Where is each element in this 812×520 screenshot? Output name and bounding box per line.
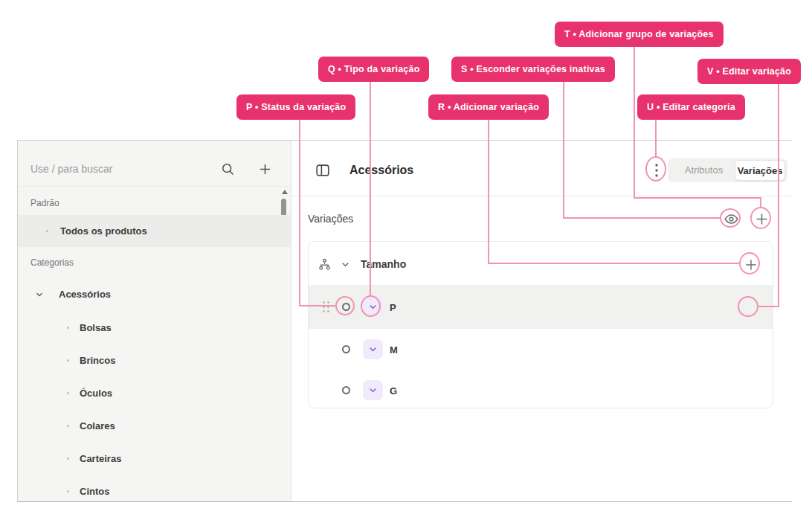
- hierarchy-icon: [318, 257, 332, 272]
- connector-s: [563, 82, 564, 218]
- connector-t: [634, 197, 761, 199]
- bullet-icon: [67, 359, 69, 362]
- search-bar[interactable]: Use / para buscar: [18, 141, 291, 187]
- variations-card: Tamanho P: [308, 241, 773, 408]
- main-panel: Acessórios Atributos Variações Variações: [291, 141, 793, 501]
- header-divider: [291, 196, 793, 196]
- annotation-ellipse-add-variation: [739, 252, 760, 275]
- bullet-icon: [67, 490, 69, 492]
- annotation-ellipse-status: [335, 296, 355, 315]
- status-ring-icon[interactable]: [342, 345, 350, 353]
- sidebar-item-bolsas[interactable]: Bolsas: [18, 312, 291, 344]
- tab-group: Atributos Variações: [668, 158, 787, 182]
- connector-u: [655, 120, 657, 157]
- annotation-ellipse-pencil: [738, 296, 758, 317]
- variation-row-g[interactable]: G: [309, 371, 773, 408]
- bullet-icon: [67, 327, 69, 329]
- sidebar-item-cintos[interactable]: Cintos: [18, 475, 291, 507]
- annotation-ellipse-kebab: [645, 156, 666, 182]
- drag-handle-icon[interactable]: [321, 301, 331, 313]
- search-icon[interactable]: [220, 161, 236, 177]
- bullet-icon: [67, 458, 69, 460]
- shortcut-label-r: R • Adicionar variação: [428, 94, 549, 120]
- connector-p: [299, 305, 335, 306]
- variation-type-badge[interactable]: [363, 380, 383, 400]
- annotation-ellipse-eye: [720, 208, 741, 228]
- chevron-down-icon[interactable]: [341, 260, 350, 269]
- sidebar-item-todos-os-produtos[interactable]: Todos os produtos: [18, 215, 291, 247]
- connector-v: [778, 84, 779, 307]
- screenshot: Use / para buscar Padrão Todos os produt…: [0, 0, 812, 520]
- shortcut-label-q: Q • Tipo da variação: [318, 57, 429, 82]
- shortcut-label-v: V • Editar variação: [697, 59, 801, 84]
- annotation-ellipse-type: [361, 295, 381, 317]
- shortcut-label-u: U • Editar categoria: [637, 94, 745, 120]
- sidebar-section-padrao: Padrão: [30, 198, 59, 208]
- sidebar-item-oculos[interactable]: Óculos: [18, 377, 291, 409]
- connector-t: [760, 197, 761, 208]
- variation-label: M: [390, 344, 398, 356]
- chevron-down-icon[interactable]: [35, 290, 44, 299]
- shortcut-label-t: T • Adicionar grupo de variações: [555, 22, 724, 47]
- connector-s: [563, 217, 720, 219]
- connector-p: [299, 120, 300, 306]
- search-input[interactable]: Use / para buscar: [30, 163, 113, 175]
- shortcut-label-s: S • Esconder variações inativas: [451, 57, 615, 82]
- sidebar-item-brincos[interactable]: Brincos: [18, 344, 291, 376]
- app-window: Use / para buscar Padrão Todos os produt…: [17, 140, 792, 502]
- variation-label: G: [390, 385, 397, 397]
- panel-left-icon[interactable]: [315, 162, 331, 179]
- connector-r: [488, 120, 489, 263]
- add-item-icon[interactable]: [257, 161, 273, 177]
- bullet-icon: [67, 425, 69, 427]
- sidebar-item-acessorios[interactable]: Acessórios: [18, 278, 291, 310]
- bullet-icon: [67, 392, 69, 394]
- variation-row-m[interactable]: M: [309, 329, 773, 371]
- group-name: Tamanho: [361, 258, 406, 270]
- connector-r: [488, 263, 739, 264]
- page-title: Acessórios: [349, 164, 413, 177]
- sidebar-item-carteiras[interactable]: Carteiras: [18, 443, 291, 475]
- annotation-ellipse-add-group: [750, 207, 771, 229]
- status-ring-icon[interactable]: [342, 386, 350, 394]
- connector-v: [758, 306, 778, 307]
- tab-atributos[interactable]: Atributos: [672, 158, 735, 182]
- connector-q: [370, 82, 371, 296]
- sidebar: Use / para buscar Padrão Todos os produt…: [18, 141, 291, 501]
- section-title: Variações: [308, 213, 353, 225]
- scroll-up-arrow-icon[interactable]: [282, 190, 288, 194]
- connector-t: [634, 47, 635, 199]
- shortcut-label-p: P • Status da variação: [236, 94, 355, 120]
- variation-label: P: [390, 302, 396, 313]
- variation-type-badge[interactable]: [363, 339, 383, 359]
- bullet-icon: [46, 230, 48, 232]
- sidebar-item-colares[interactable]: Colares: [18, 410, 291, 442]
- sidebar-section-categorias: Categorias: [30, 257, 74, 268]
